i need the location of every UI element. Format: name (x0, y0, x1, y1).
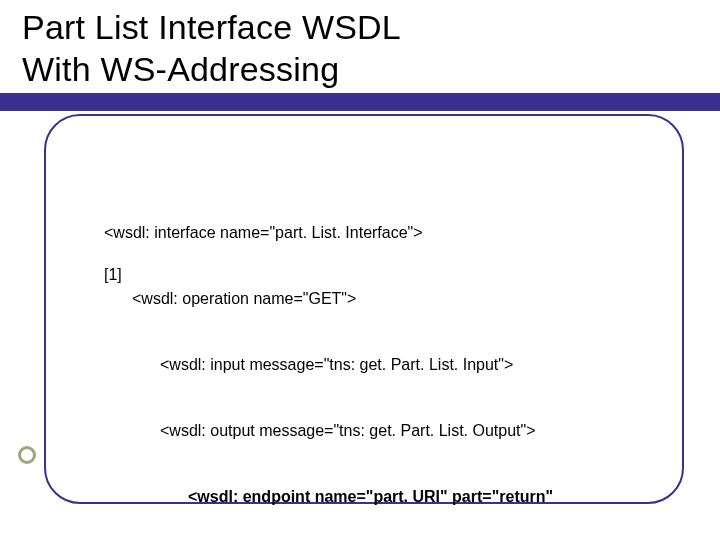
bullet-circle-icon (18, 446, 36, 464)
title-line-1: Part List Interface WSDL (22, 8, 401, 47)
code-line-bold: <wsdl: endpoint name="part. URI" part="r… (104, 486, 553, 508)
slide: Part List Interface WSDL With WS-Address… (0, 0, 720, 540)
code-line: <wsdl: operation name="GET"> (104, 288, 356, 310)
title-line-2: With WS-Addressing (22, 50, 339, 89)
code-line: <wsdl: input message="tns: get. Part. Li… (104, 354, 513, 376)
code-line: <wsdl: output message="tns: get. Part. L… (104, 420, 536, 442)
header-bar (0, 93, 720, 109)
wsdl-code-block: <wsdl: interface name="part. List. Inter… (104, 178, 579, 540)
header-underline (0, 109, 720, 111)
code-line: <wsdl: interface name="part. List. Inter… (104, 224, 423, 241)
